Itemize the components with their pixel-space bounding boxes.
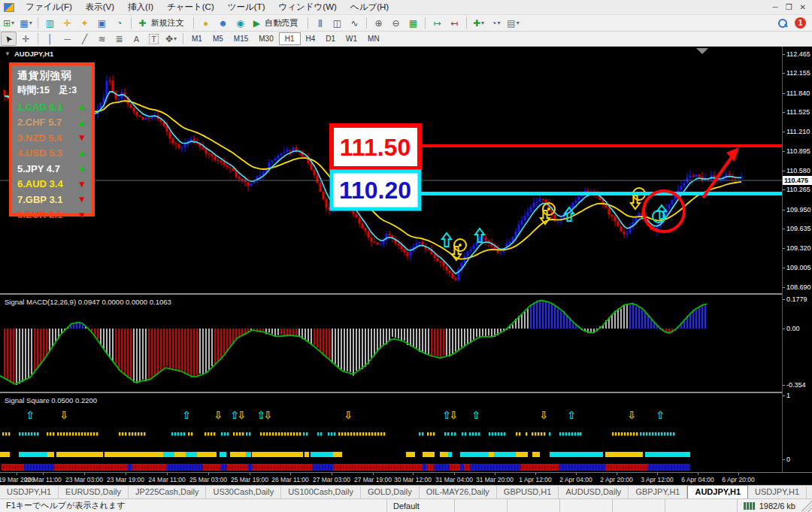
trendline-tool-button[interactable]: ╱ bbox=[77, 32, 92, 46]
symbol-collapse-icon[interactable]: ▼ bbox=[5, 50, 11, 57]
timeframe-d1[interactable]: D1 bbox=[320, 32, 341, 45]
templates-icon: ▤ bbox=[507, 18, 515, 29]
channel-tool-button[interactable]: ≣ bbox=[111, 32, 127, 46]
news-button[interactable]: ◉ bbox=[232, 16, 248, 30]
minimize-button[interactable]: ─ bbox=[773, 3, 778, 11]
chart-tab-audjpyh1[interactable]: AUDJPY,H1 bbox=[687, 485, 748, 498]
indicators-button[interactable]: ✚▾ bbox=[471, 16, 486, 30]
timeframe-m30[interactable]: M30 bbox=[253, 32, 278, 45]
timeframe-h4[interactable]: H4 bbox=[301, 32, 321, 45]
bar-chart-mode-button[interactable]: ||| bbox=[312, 16, 328, 30]
close-button[interactable]: ✕ bbox=[800, 3, 806, 11]
square-up-arrow: ⇧ bbox=[182, 409, 191, 421]
new-order-icon: ✚ bbox=[138, 18, 146, 29]
resistance-price-label[interactable]: 111.50 bbox=[332, 126, 420, 168]
market-watch-button[interactable]: ▥ bbox=[42, 16, 58, 30]
square-up-arrow: ⇧ bbox=[26, 409, 35, 421]
status-cell bbox=[613, 499, 665, 512]
candle-chart-mode-button[interactable]: ◫ bbox=[329, 16, 345, 30]
status-profile[interactable]: Default bbox=[387, 499, 455, 512]
menu-item-3[interactable]: チャート(C) bbox=[160, 0, 221, 14]
macd-subwindow[interactable] bbox=[0, 295, 782, 392]
search-icon[interactable] bbox=[778, 19, 787, 28]
menu-item-1[interactable]: 表示(V) bbox=[79, 0, 121, 14]
square-separator[interactable] bbox=[0, 392, 812, 393]
trend-arrow[interactable] bbox=[703, 152, 735, 198]
new-chart-icon: ⊞ bbox=[3, 18, 11, 29]
navigator-button[interactable]: ✦ bbox=[77, 16, 92, 30]
dealing-ball-button[interactable]: ● bbox=[198, 16, 214, 30]
timeframe-m15[interactable]: M15 bbox=[229, 32, 253, 45]
chart-window[interactable]: 111.50110.20 ▼ AUDJPY,H1 通貨別強弱 時間:15 足:3… bbox=[0, 47, 812, 485]
terminal-button[interactable]: ▣ bbox=[94, 16, 110, 30]
menu-item-4[interactable]: ツール(T) bbox=[221, 0, 272, 14]
chart-shift-button[interactable]: ↤ bbox=[447, 16, 462, 30]
chart-shift-marker[interactable] bbox=[696, 48, 708, 54]
chart-tab-us100cashdaily[interactable]: US100Cash,Daily bbox=[281, 486, 361, 498]
strategy-tester-button[interactable]: ◔ bbox=[111, 16, 127, 30]
label-tool-icon: T bbox=[149, 34, 159, 44]
new-chart-button[interactable]: ⊞▾ bbox=[1, 16, 17, 30]
chart-tab-eurusddaily[interactable]: EURUSD,Daily bbox=[59, 486, 129, 498]
timeframe-mn[interactable]: MN bbox=[362, 32, 385, 45]
auto-scroll-button[interactable]: ↦ bbox=[429, 16, 445, 30]
chart-tab-us30cashdaily[interactable]: US30Cash,Daily bbox=[206, 486, 281, 498]
text-tool-button[interactable]: A bbox=[129, 32, 144, 46]
svg-text:110.20: 110.20 bbox=[339, 177, 411, 204]
timeframe-w1[interactable]: W1 bbox=[341, 32, 362, 45]
timeframe-m1[interactable]: M1 bbox=[186, 32, 208, 45]
chart-tab-eurjpyh1[interactable]: EURJPY,H1 bbox=[807, 486, 812, 498]
chart-tab-usdjpyh1[interactable]: USDJPY,H1 bbox=[0, 486, 59, 498]
fibonacci-tool-button[interactable]: ≋ bbox=[94, 32, 110, 46]
vertical-line-tool-button[interactable]: │ bbox=[42, 32, 58, 46]
auto-trading-button[interactable]: ▶ 自動売買 bbox=[250, 16, 304, 30]
label-tool-button[interactable]: T bbox=[146, 32, 162, 46]
chart-tab-audusddaily[interactable]: AUDUSD,Daily bbox=[559, 486, 629, 498]
line-chart-mode-button[interactable]: ∿ bbox=[347, 16, 362, 30]
chart-tab-golddaily[interactable]: GOLD,Daily bbox=[361, 486, 420, 498]
square-down-arrow: ⇩ bbox=[627, 409, 636, 421]
templates-button[interactable]: ▤▾ bbox=[505, 16, 521, 30]
strength-row-label: 8.EUR 2.1 bbox=[17, 209, 62, 220]
support-price-label[interactable]: 110.20 bbox=[332, 171, 420, 209]
menu-item-5[interactable]: ウィンドウ(W) bbox=[271, 0, 343, 14]
restore-button[interactable]: ❐ bbox=[786, 3, 792, 11]
menu-item-2[interactable]: 挿入(I) bbox=[121, 0, 160, 14]
notification-badge[interactable]: 1 bbox=[795, 17, 806, 29]
time-axis-tick bbox=[698, 473, 698, 475]
resistance-line[interactable] bbox=[420, 144, 812, 147]
time-axis-tick bbox=[332, 473, 332, 475]
time-axis-label: 31 Mar 20:00 bbox=[476, 476, 514, 483]
signal-square-subwindow[interactable]: ⇧⇩⇧⇩⇧⇩⇧⇩⇩⇧⇩⇧⇩⇧⇩⇧ bbox=[0, 393, 782, 472]
timeframe-m5[interactable]: M5 bbox=[208, 32, 229, 45]
horizontal-line-tool-button[interactable]: ─ bbox=[59, 32, 75, 46]
zoom-out-button[interactable]: ⊖ bbox=[388, 16, 404, 30]
main-price-chart[interactable]: 111.50110.20 bbox=[0, 47, 812, 294]
macd-separator[interactable] bbox=[0, 293, 812, 295]
time-axis-label: 2 Apr 20:00 bbox=[600, 476, 632, 483]
crosshair-tool-button[interactable]: ✛ bbox=[18, 32, 34, 46]
strength-row-label: 6.AUD 3.4 bbox=[17, 178, 63, 189]
timeframe-h1[interactable]: H1 bbox=[279, 32, 301, 45]
chart-tab-gbpusdh1[interactable]: GBPUSD,H1 bbox=[497, 486, 559, 498]
chart-tab-usdjpyh1[interactable]: USDJPY,H1 bbox=[748, 486, 807, 498]
menu-item-6[interactable]: ヘルプ(H) bbox=[344, 0, 395, 14]
community-button[interactable]: ☻ bbox=[215, 16, 231, 30]
data-window-button[interactable]: ✛ bbox=[59, 16, 75, 30]
support-line[interactable] bbox=[420, 192, 782, 195]
profiles-button[interactable]: ▦▾ bbox=[18, 16, 34, 30]
time-axis[interactable]: 19 Mar 202620 Mar 11:0023 Mar 03:0023 Ma… bbox=[0, 472, 812, 485]
tile-windows-button[interactable]: ▦ bbox=[405, 16, 421, 30]
zoom-in-button[interactable]: ⊕ bbox=[371, 16, 386, 30]
price-axis[interactable]: 112.465112.155111.840111.525111.210110.8… bbox=[782, 47, 812, 472]
chart-tab-jp225cashdaily[interactable]: JP225Cash,Daily bbox=[129, 486, 206, 498]
resize-grip[interactable] bbox=[801, 499, 812, 512]
standard-toolbar: ⊞▾ ▦▾ ▥ ✛ ✦ ▣ ◔ ✚ 新規注文 ● ☻ ◉ ▶ 自動売買 ||| … bbox=[0, 15, 812, 32]
cursor-tool-button[interactable]: ➤ bbox=[1, 32, 17, 46]
chart-tab-gbpjpyh1[interactable]: GBPJPY,H1 bbox=[629, 486, 687, 498]
new-order-button[interactable]: ✚ 新規注文 bbox=[135, 16, 189, 30]
chart-tab-oilmay26daily[interactable]: OIL-MAY26,Daily bbox=[420, 486, 497, 498]
periods-button[interactable]: ◔▾ bbox=[488, 16, 504, 30]
menu-item-0[interactable]: ファイル(F) bbox=[19, 0, 79, 14]
arrows-tool-button[interactable]: ✥▾ bbox=[163, 32, 179, 46]
